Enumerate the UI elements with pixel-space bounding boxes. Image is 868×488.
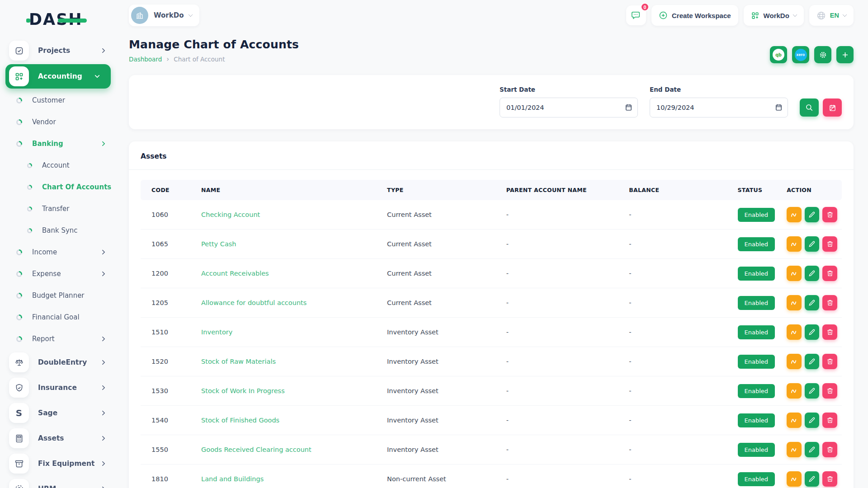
delete-button[interactable] <box>822 324 837 340</box>
language-code: EN <box>830 12 839 19</box>
sidebar-item-report[interactable]: Report <box>0 328 116 350</box>
delete-button[interactable] <box>822 413 837 428</box>
account-name-link[interactable]: Petty Cash <box>201 240 236 248</box>
start-date-input[interactable] <box>500 98 638 117</box>
sidebar-item-chart-of-accounts[interactable]: Chart Of Accounts <box>0 176 116 198</box>
pulse-icon <box>790 211 798 219</box>
sidebar-item-projects[interactable]: Projects <box>0 38 116 63</box>
edit-button[interactable] <box>805 324 820 340</box>
workdo-menu-button[interactable]: WorkDo <box>744 5 804 26</box>
account-name-link[interactable]: Goods Received Clearing account <box>201 446 311 453</box>
account-name-link[interactable]: Stock of Finished Goods <box>201 417 279 424</box>
transactions-button[interactable] <box>787 236 802 252</box>
edit-button[interactable] <box>805 442 820 457</box>
account-name-link[interactable]: Stock of Raw Materials <box>201 358 276 365</box>
delete-button[interactable] <box>822 354 837 369</box>
account-name-link[interactable]: Allowance for doubtful accounts <box>201 299 307 306</box>
trash-icon <box>826 328 834 336</box>
transactions-button[interactable] <box>787 442 802 457</box>
sidebar-item-fix-equipment[interactable]: Fix Equipment <box>0 451 116 476</box>
sidebar-item-budget-planner[interactable]: Budget Planner <box>0 285 116 306</box>
app-logo[interactable]: DASH <box>0 6 116 33</box>
edit-button[interactable] <box>805 295 820 310</box>
account-name-link[interactable]: Stock of Work In Progress <box>201 387 285 394</box>
edit-button[interactable] <box>805 471 820 487</box>
sidebar-item-label: Sage <box>38 409 57 417</box>
pencil-icon <box>808 211 816 218</box>
sidebar-item-sage[interactable]: SSage <box>0 400 116 426</box>
transactions-button[interactable] <box>787 207 802 222</box>
breadcrumb-dashboard-link[interactable]: Dashboard <box>129 56 162 63</box>
globe-icon <box>816 11 826 20</box>
sidebar-item-bank-sync[interactable]: Bank Sync <box>0 220 116 241</box>
transactions-button[interactable] <box>787 471 802 487</box>
pencil-icon <box>808 328 816 336</box>
settings-button[interactable] <box>814 46 831 63</box>
delete-button[interactable] <box>822 266 837 281</box>
cell-code: 1530 <box>141 376 197 406</box>
delete-button[interactable] <box>822 295 837 310</box>
transactions-button[interactable] <box>787 354 802 369</box>
edit-button[interactable] <box>805 236 820 252</box>
chevron-right-icon <box>100 385 105 390</box>
sidebar-item-assets[interactable]: Assets <box>0 426 116 451</box>
cell-type: Current Asset <box>382 200 502 230</box>
row-actions <box>787 354 837 369</box>
calendar-icon[interactable] <box>625 103 632 111</box>
account-name-link[interactable]: Account Receivables <box>201 270 269 277</box>
status-badge: Enabled <box>738 325 775 339</box>
end-date-input[interactable] <box>650 98 788 117</box>
sidebar-item-transfer[interactable]: Transfer <box>0 198 116 220</box>
delete-button[interactable] <box>822 471 837 487</box>
letter-s-icon: S <box>9 403 29 423</box>
edit-button[interactable] <box>805 266 820 281</box>
edit-button[interactable] <box>805 413 820 428</box>
sidebar-item-customer[interactable]: Customer <box>0 89 116 111</box>
transactions-button[interactable] <box>787 266 802 281</box>
create-workspace-button[interactable]: Create Workspace <box>651 5 738 26</box>
sidebar-item-financial-goal[interactable]: Financial Goal <box>0 306 116 328</box>
edit-button[interactable] <box>805 354 820 369</box>
transactions-button[interactable] <box>787 383 802 399</box>
calendar-icon[interactable] <box>775 103 783 111</box>
language-selector[interactable]: EN <box>809 5 854 26</box>
workspace-selector[interactable]: WorkDo <box>129 5 199 26</box>
sidebar-item-income[interactable]: Income <box>0 241 116 263</box>
cell-parent-account: - <box>502 259 624 288</box>
account-name-link[interactable]: Inventory <box>201 328 232 336</box>
table-row: 1550Goods Received Clearing accountInven… <box>141 435 842 465</box>
sidebar-item-account[interactable]: Account <box>0 155 116 176</box>
sidebar-item-banking[interactable]: Banking <box>0 133 116 155</box>
delete-button[interactable] <box>822 236 837 252</box>
messages-button[interactable]: 0 <box>626 5 646 25</box>
xero-button[interactable]: xero <box>792 46 809 63</box>
scales-icon <box>9 352 29 372</box>
search-button[interactable] <box>800 99 819 117</box>
cell-parent-account: - <box>502 465 624 488</box>
reset-filter-button[interactable] <box>823 99 842 117</box>
transactions-button[interactable] <box>787 295 802 310</box>
sidebar-item-expense[interactable]: Expense <box>0 263 116 285</box>
delete-button[interactable] <box>822 383 837 399</box>
delete-button[interactable] <box>822 207 837 222</box>
sidebar-item-vendor[interactable]: Vendor <box>0 111 116 133</box>
transactions-button[interactable] <box>787 324 802 340</box>
sidebar-item-insurance[interactable]: Insurance <box>0 375 116 400</box>
account-name-link[interactable]: Checking Account <box>201 211 260 218</box>
status-badge: Enabled <box>738 208 775 222</box>
account-name-link[interactable]: Land and Buildings <box>201 475 264 483</box>
messages-count-badge: 0 <box>641 3 649 11</box>
start-date-label: Start Date <box>500 86 638 93</box>
quickbooks-button[interactable]: qb <box>770 46 787 63</box>
add-account-button[interactable] <box>836 46 854 63</box>
sidebar-item-hrm[interactable]: HRM <box>0 476 116 488</box>
edit-button[interactable] <box>805 383 820 399</box>
edit-button[interactable] <box>805 207 820 222</box>
sidebar-item-accounting[interactable]: Accounting <box>5 64 111 89</box>
sidebar-item-doubleentry[interactable]: DoubleEntry <box>0 350 116 375</box>
table-row: 1810Land and BuildingsNon-current Asset-… <box>141 465 842 488</box>
delete-button[interactable] <box>822 442 837 457</box>
topbar: WorkDo 0 Create Workspace <box>129 0 854 31</box>
cell-code: 1065 <box>141 230 197 259</box>
transactions-button[interactable] <box>787 413 802 428</box>
